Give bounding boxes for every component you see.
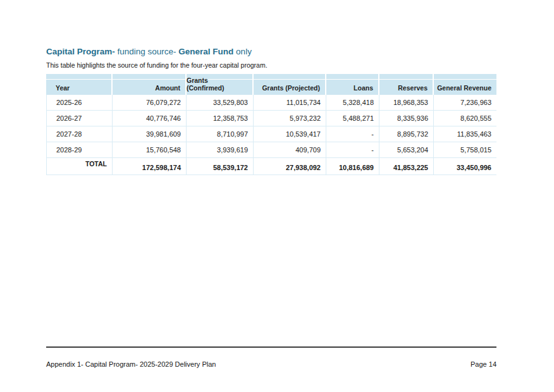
total-loans: 10,816,689 (326, 158, 379, 175)
table-row: 2026-27 40,776,746 12,358,753 5,973,232 … (46, 111, 496, 126)
column-header-reserves: Reserves (379, 80, 434, 95)
total-general-revenue: 33,450,996 (434, 158, 496, 175)
cell-general-revenue: 7,236,963 (434, 95, 496, 111)
cell-grants-projected: 11,015,734 (254, 95, 326, 111)
table-header-band (46, 74, 496, 80)
column-header-grants-projected: Grants (Projected) (254, 80, 326, 95)
cell-reserves: 8,895,732 (379, 126, 434, 142)
header-band-cell (46, 74, 113, 80)
column-header-loans: Loans (326, 80, 379, 95)
cell-loans: - (326, 142, 379, 158)
column-header-general-revenue: General Revenue (434, 80, 496, 95)
column-header-year: Year (46, 80, 113, 95)
cell-grants-projected: 5,973,232 (254, 111, 326, 126)
title-segment-regular: only (233, 47, 252, 56)
total-reserves: 41,853,225 (379, 158, 434, 175)
cell-loans: 5,328,418 (326, 95, 379, 111)
cell-year: 2027-28 (46, 126, 113, 142)
title-segment-bold: Capital Program- (46, 47, 115, 56)
cell-reserves: 18,968,353 (379, 95, 434, 111)
page-number: Page 14 (471, 360, 496, 368)
cell-grants-confirmed: 8,710,997 (187, 126, 254, 142)
title-segment-regular: funding source- (115, 47, 176, 56)
cell-general-revenue: 8,620,555 (434, 111, 496, 126)
cell-grants-projected: 409,709 (254, 142, 326, 158)
table-header-row: Year Amount Grants (Confirmed) Grants (P… (46, 80, 496, 95)
title-segment-bold: General Fund (176, 47, 234, 56)
cell-year: 2025-26 (46, 95, 113, 111)
total-grants-projected: 27,938,092 (254, 158, 326, 175)
table-row: 2027-28 39,981,609 8,710,997 10,539,417 … (46, 126, 496, 142)
footer-divider (46, 346, 496, 348)
document-page: Capital Program- funding source- General… (0, 0, 554, 392)
cell-general-revenue: 11,835,463 (434, 126, 496, 142)
cell-grants-projected: 10,539,417 (254, 126, 326, 142)
total-label: TOTAL (46, 158, 113, 175)
cell-loans: 5,488,271 (326, 111, 379, 126)
cell-amount: 15,760,548 (113, 142, 187, 158)
header-band-cell (254, 74, 326, 80)
cell-grants-confirmed: 3,939,619 (187, 142, 254, 158)
cell-amount: 39,981,609 (113, 126, 187, 142)
cell-general-revenue: 5,758,015 (434, 142, 496, 158)
funding-source-table: Year Amount Grants (Confirmed) Grants (P… (46, 74, 496, 175)
table-row: 2025-26 76,079,272 33,529,803 11,015,734… (46, 95, 496, 111)
cell-year: 2026-27 (46, 111, 113, 126)
table-description: This table highlights the source of fund… (46, 61, 268, 69)
header-band-cell (113, 74, 187, 80)
header-band-cell (379, 74, 434, 80)
cell-grants-confirmed: 12,358,753 (187, 111, 254, 126)
page-title: Capital Program- funding source- General… (46, 47, 252, 57)
total-grants-confirmed: 58,539,172 (187, 158, 254, 175)
cell-amount: 40,776,746 (113, 111, 187, 126)
cell-grants-confirmed: 33,529,803 (187, 95, 254, 111)
footer-document-title: Appendix 1- Capital Program- 2025-2029 D… (46, 360, 216, 368)
page-footer: Appendix 1- Capital Program- 2025-2029 D… (46, 360, 496, 368)
cell-reserves: 5,653,204 (379, 142, 434, 158)
cell-amount: 76,079,272 (113, 95, 187, 111)
total-amount: 172,598,174 (113, 158, 187, 175)
cell-reserves: 8,335,936 (379, 111, 434, 126)
cell-loans: - (326, 126, 379, 142)
table-total-row: TOTAL 172,598,174 58,539,172 27,938,092 … (46, 158, 496, 175)
header-band-cell (326, 74, 379, 80)
table-row: 2028-29 15,760,548 3,939,619 409,709 - 5… (46, 142, 496, 158)
column-header-grants-confirmed: Grants (Confirmed) (187, 80, 254, 95)
cell-year: 2028-29 (46, 142, 113, 158)
column-header-amount: Amount (113, 80, 187, 95)
header-band-cell (434, 74, 496, 80)
